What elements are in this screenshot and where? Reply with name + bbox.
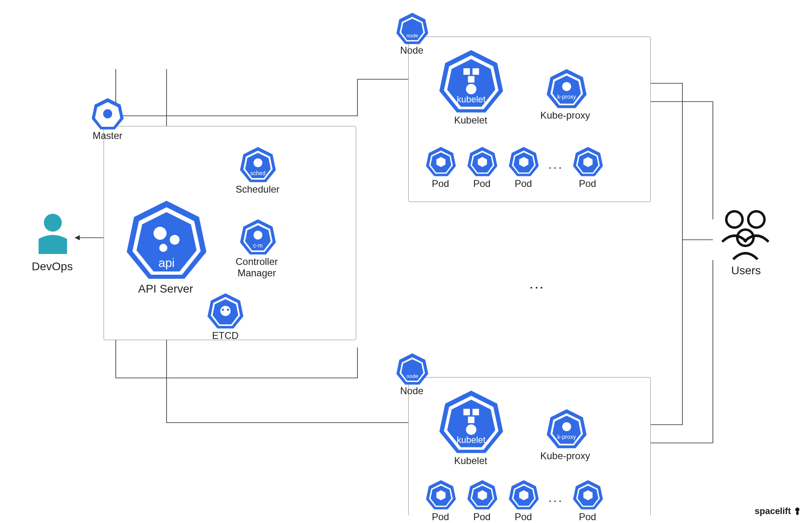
node1-pod3-label: Pod [515, 178, 532, 189]
svg-point-22 [253, 158, 262, 167]
node2-pod2-label: Pod [473, 511, 491, 523]
node1-kubelet-label: Kubelet [454, 115, 487, 126]
scheduler-label: Scheduler [236, 184, 279, 195]
node2-kubelet-label: Kubelet [454, 455, 487, 467]
controller-manager-label: Controller Manager [236, 256, 278, 278]
master-badge-label: Master [93, 130, 122, 141]
svg-rect-94 [796, 512, 799, 515]
node1-kubelet-inner: kubelet [457, 94, 486, 105]
node2-pod3-label: Pod [515, 511, 532, 523]
svg-rect-39 [463, 68, 470, 75]
node2-pod1-icon [426, 480, 456, 510]
svg-rect-41 [468, 76, 474, 82]
scheduler-inner: sched [250, 170, 265, 176]
node1-badge-inner: node [407, 33, 418, 39]
svg-point-6 [44, 214, 62, 232]
svg-point-17 [170, 235, 180, 245]
svg-point-46 [562, 82, 571, 91]
node2-kubeproxy-icon: k-proxy [546, 408, 587, 449]
node2-badge-icon: node [396, 353, 429, 385]
controller-manager-icon: c-m [240, 219, 276, 255]
users-icon [715, 207, 776, 262]
node2-pod2-icon [467, 480, 498, 510]
node2-kp-inner: k-proxy [557, 434, 576, 440]
svg-point-7 [726, 211, 743, 228]
node1-pod3-icon [509, 146, 539, 177]
cm-inner: c-m [253, 242, 262, 249]
svg-point-18 [159, 244, 167, 252]
node1-pod4-label: Pod [579, 178, 596, 189]
svg-rect-71 [468, 417, 474, 423]
node2-pod1-label: Pod [432, 511, 449, 523]
master-badge-icon [91, 98, 124, 130]
svg-point-93 [795, 508, 799, 512]
devops-icon [35, 211, 71, 258]
node2-pod4-icon [573, 480, 603, 510]
users-label: Users [731, 264, 761, 277]
devops-label: DevOps [32, 260, 73, 273]
node2-kubelet-icon: kubelet [439, 389, 504, 454]
svg-rect-70 [472, 409, 479, 415]
node1-badge-label: Node [400, 45, 423, 56]
node1-kp-inner: k-proxy [557, 93, 576, 100]
node1-kubeproxy-icon: k-proxy [546, 68, 587, 109]
svg-point-30 [220, 306, 230, 316]
node2-badge-label: Node [400, 385, 423, 397]
svg-point-32 [227, 309, 229, 311]
node1-pod2-label: Pod [473, 178, 491, 189]
svg-point-26 [253, 231, 262, 240]
svg-point-76 [562, 422, 571, 431]
node1-kubelet-icon: kubelet [439, 49, 504, 114]
svg-point-72 [466, 424, 476, 435]
svg-point-16 [154, 227, 167, 240]
node1-kubeproxy-label: Kube-proxy [540, 110, 590, 121]
node1-pod4-icon [573, 146, 603, 177]
nodes-ellipsis: ⋮ [528, 280, 545, 297]
api-server-icon: api [126, 199, 207, 280]
svg-rect-69 [463, 409, 470, 415]
svg-point-8 [748, 211, 764, 228]
node2-pod3-icon [509, 480, 539, 510]
node2-badge-inner: node [407, 373, 418, 379]
node2-kubelet-inner: kubelet [457, 435, 486, 445]
svg-point-31 [222, 309, 224, 311]
watermark: spacelift [755, 506, 802, 516]
etcd-icon [207, 293, 244, 329]
node1-pod2-icon [467, 146, 498, 177]
scheduler-icon: sched [240, 146, 276, 183]
svg-point-12 [103, 109, 112, 118]
node2-pod-ellipsis: ... [548, 491, 563, 505]
svg-rect-40 [472, 68, 479, 75]
api-inner-label: api [158, 256, 175, 270]
node1-badge-icon: node [396, 12, 429, 45]
node1-pod-ellipsis: ... [548, 158, 563, 171]
etcd-label: ETCD [212, 330, 238, 341]
node1-pod1-icon [426, 146, 456, 177]
node2-kubeproxy-label: Kube-proxy [540, 450, 590, 462]
api-server-label: API Server [138, 282, 193, 295]
node1-pod1-label: Pod [432, 178, 449, 189]
svg-point-42 [466, 84, 476, 94]
node2-pod4-label: Pod [579, 511, 596, 523]
